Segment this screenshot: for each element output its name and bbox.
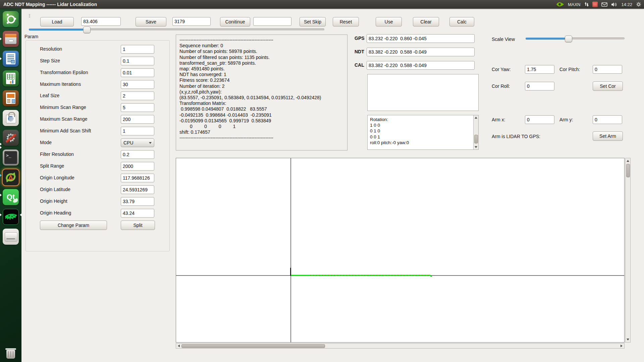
param-input-max-iterations[interactable] xyxy=(121,80,154,89)
save-value-input[interactable] xyxy=(172,17,211,26)
arm-y-label: Arm y: xyxy=(559,117,573,122)
chevron-down-icon xyxy=(149,142,152,144)
cal-pose-input[interactable] xyxy=(367,61,475,70)
cor-yaw-label: Cor Yaw: xyxy=(492,67,511,72)
param-label: Origin Latitude xyxy=(40,187,70,192)
system-tray: MAXN 14:22 xyxy=(556,0,641,9)
gps-label: GPS xyxy=(355,36,365,41)
cor-roll-label: Cor Roll: xyxy=(492,83,510,89)
param-label: Minimum Scan Range xyxy=(40,105,86,110)
rotation-text: Rotation: 1 0 0 0 1 0 0 0 1 roll:0 pitch… xyxy=(368,115,478,147)
cor-pitch-input[interactable] xyxy=(593,65,622,74)
launcher-disk-icon[interactable] xyxy=(3,229,19,245)
param-input-origin-height[interactable] xyxy=(121,197,154,206)
mode-select[interactable]: CPU xyxy=(121,138,154,147)
set-skip-button[interactable]: Set Skip xyxy=(300,17,326,26)
rotation-scrollbar[interactable] xyxy=(473,115,478,149)
scale-view-slider-handle[interactable] xyxy=(565,36,572,42)
toolbar-grip[interactable] xyxy=(29,14,30,17)
volume-icon[interactable] xyxy=(611,2,618,7)
param-input-resolution[interactable] xyxy=(121,45,154,54)
trajectory-end-point xyxy=(430,276,432,277)
load-button[interactable]: Load xyxy=(40,17,74,26)
param-label: Transformation Epsilon xyxy=(40,70,88,75)
param-label: Split Range xyxy=(40,163,64,169)
param-label: Resolution xyxy=(40,46,62,52)
input-method-icon[interactable] xyxy=(592,2,598,7)
gpu-mode-label[interactable]: MAXN xyxy=(568,2,581,7)
ndt-pose-input[interactable] xyxy=(367,48,475,56)
cor-yaw-input[interactable] xyxy=(525,65,554,74)
use-button[interactable]: Use xyxy=(376,17,402,26)
launcher-ubuntu-dash-icon[interactable] xyxy=(3,11,19,27)
param-label: Origin Longitude xyxy=(40,175,74,180)
reset-button[interactable]: Reset xyxy=(333,17,359,26)
nvidia-icon[interactable] xyxy=(556,2,564,7)
param-input-min-scan-range[interactable] xyxy=(121,103,154,112)
launcher-terminal-icon[interactable]: >_ xyxy=(3,149,19,166)
ndt-label: NDT xyxy=(355,49,364,54)
load-value-input[interactable] xyxy=(81,17,121,26)
continue-button[interactable]: Conitinue xyxy=(220,17,250,26)
param-label: Minimum Add Scan Shift xyxy=(40,128,91,133)
set-arm-button[interactable]: Set Arm xyxy=(593,131,623,141)
param-input-min-add-scan-shift[interactable] xyxy=(121,127,154,135)
param-input-max-scan-range[interactable] xyxy=(121,115,154,124)
param-input-split-range[interactable] xyxy=(121,162,154,171)
canvas-hscrollbar[interactable] xyxy=(176,343,625,349)
param-label: Step Size xyxy=(40,58,60,63)
param-input-origin-longitude[interactable] xyxy=(121,174,154,182)
arm-note-label: Arm is LIDAR TO GPS: xyxy=(492,134,540,139)
clear-button[interactable]: Clear xyxy=(413,17,439,26)
launcher-file-manager-icon[interactable] xyxy=(3,31,19,47)
canvas-axis-vertical xyxy=(290,158,291,342)
param-input-origin-latitude[interactable] xyxy=(121,185,154,194)
param-label: Origin Height xyxy=(40,198,67,204)
cor-pitch-label: Cor Pitch: xyxy=(559,67,580,72)
save-button[interactable]: Save xyxy=(136,17,166,26)
launcher-lidar-viewer-icon[interactable] xyxy=(3,209,19,225)
param-input-trans-epsilon[interactable] xyxy=(121,68,154,77)
status-box xyxy=(367,74,479,111)
scale-view-slider-fill xyxy=(526,38,568,40)
arm-y-input[interactable] xyxy=(593,115,622,124)
param-input-leaf-size[interactable] xyxy=(121,92,154,100)
calc-button[interactable]: Calc xyxy=(449,17,474,26)
change-param-button[interactable]: Change Param xyxy=(40,221,107,230)
canvas-vscrollbar[interactable] xyxy=(625,158,631,343)
launcher-trash-icon[interactable] xyxy=(3,345,19,361)
mail-icon[interactable] xyxy=(601,2,607,7)
launcher-qtcreator-icon[interactable]: Qt xyxy=(3,189,19,205)
rotation-panel: Rotation: 1 0 0 0 1 0 0 0 1 roll:0 pitch… xyxy=(367,115,479,150)
arm-x-label: Arm x: xyxy=(492,117,505,122)
ndt-log-panel: ----------------------------------------… xyxy=(176,35,347,150)
launcher-settings-icon[interactable]: ⚙ xyxy=(3,130,19,146)
launcher-impress-icon[interactable] xyxy=(3,90,19,106)
param-input-filter-resolution[interactable] xyxy=(121,150,154,159)
gps-pose-input[interactable] xyxy=(367,34,475,43)
visualization-canvas[interactable] xyxy=(176,158,625,343)
launcher-updater-icon[interactable] xyxy=(3,169,19,185)
split-button[interactable]: Split xyxy=(121,221,155,230)
session-gear-icon[interactable] xyxy=(636,2,641,7)
top-panel: ADC NDT Mapping ------ Lidar Localizatio… xyxy=(0,0,644,9)
launcher-software-icon[interactable] xyxy=(3,110,19,126)
skip-value-input[interactable] xyxy=(253,17,291,26)
arm-x-input[interactable] xyxy=(525,115,554,124)
trajectory-red-speckles xyxy=(310,275,429,276)
ndt-log-text: ----------------------------------------… xyxy=(176,35,347,143)
param-input-origin-heading[interactable] xyxy=(121,209,154,218)
scale-view-label: Scale View xyxy=(492,37,515,42)
launcher-writer-icon[interactable] xyxy=(3,51,19,67)
set-cor-button[interactable]: Set Cor xyxy=(593,81,623,91)
unity-launcher: ⚙ >_ Qt xyxy=(0,9,21,362)
param-label-mode: Mode xyxy=(40,140,52,145)
clock[interactable]: 14:22 xyxy=(621,2,632,7)
cor-roll-input[interactable] xyxy=(525,82,554,90)
frame-slider-handle[interactable] xyxy=(83,26,91,33)
updown-arrows-icon[interactable] xyxy=(584,2,589,7)
param-input-step-size[interactable] xyxy=(121,57,154,65)
launcher-calc-icon[interactable] xyxy=(3,70,19,86)
param-label: Origin Heading xyxy=(40,210,71,216)
param-group-title: Param xyxy=(24,34,38,39)
